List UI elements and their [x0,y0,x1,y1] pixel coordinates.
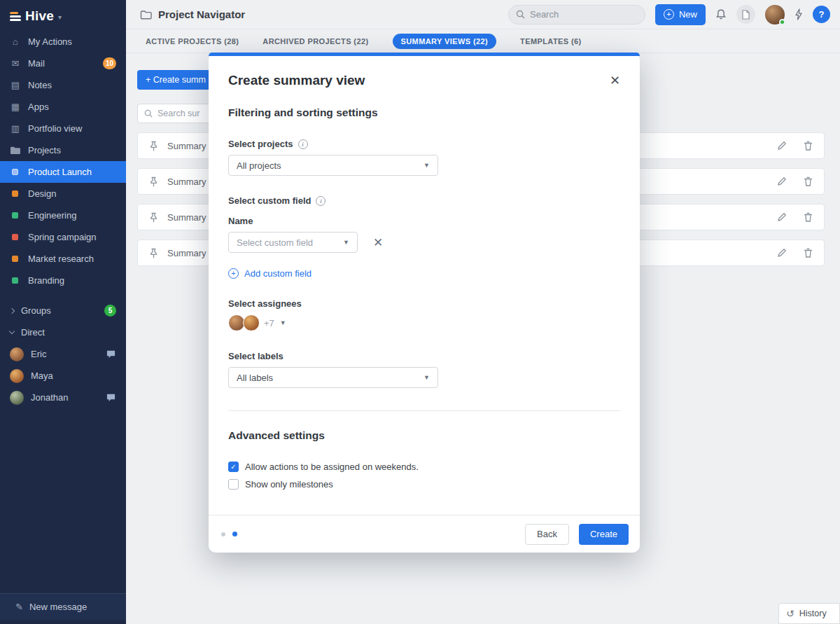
create-summary-button[interactable]: + Create summ [137,70,214,90]
sidebar-item-label: Market research [28,254,94,264]
pin-icon [149,248,158,258]
custom-field-dropdown[interactable]: Select custom field ▼ [228,232,358,253]
user-avatar[interactable] [765,5,785,25]
project-color-icon [12,190,18,197]
sidebar: Hive ▾ ⌂ My Actions ✉ Mail 10 ▤ Notes ▦ … [0,0,126,624]
advanced-section-heading: Advanced settings [228,429,620,442]
project-color-icon [12,212,18,219]
sidebar-item-projects[interactable]: Projects [0,139,126,161]
search-placeholder: Search [530,9,559,20]
mail-badge: 10 [103,57,116,69]
chevron-right-icon [9,307,15,313]
trash-icon[interactable] [804,141,813,151]
new-message-label: New message [29,602,87,612]
chevron-down-icon[interactable]: ▼ [280,319,286,326]
step-dot-2[interactable] [232,532,237,536]
home-icon: ⌂ [10,36,21,47]
back-button[interactable]: Back [525,524,569,545]
lightning-icon[interactable] [794,8,803,20]
compose-icon: ✎ [15,602,23,612]
groups-badge: 5 [104,305,116,317]
assignee-avatar [243,314,260,331]
sidebar-group-groups[interactable]: Groups 5 [0,300,126,321]
sidebar-person-eric[interactable]: Eric [0,343,126,365]
info-icon[interactable]: i [298,139,308,149]
chevron-down-icon [9,328,15,334]
document-icon[interactable] [736,5,755,24]
milestones-checkbox[interactable] [228,479,239,490]
sidebar-item-label: Jonathan [31,392,69,403]
sidebar-item-mail[interactable]: ✉ Mail 10 [0,53,126,74]
new-message-button[interactable]: ✎ New message [0,593,126,620]
avatar [10,391,24,405]
folder-icon [10,146,21,155]
tab-summary-views[interactable]: SUMMARY VIEWS (22) [393,34,497,49]
edit-pencil-icon[interactable] [777,141,787,151]
sidebar-item-apps[interactable]: ▦ Apps [0,96,126,118]
sidebar-project-market-research[interactable]: Market research [0,248,126,270]
new-button[interactable]: + New [655,4,706,25]
tab-active-projects[interactable]: ACTIVE PROJECTS (28) [146,37,239,46]
app-logo[interactable]: Hive ▾ [0,0,126,31]
add-custom-field-link[interactable]: + Add custom field [228,268,620,279]
weekends-checkbox-label: Allow actions to be assigned on weekends… [245,462,419,472]
sidebar-item-notes[interactable]: ▤ Notes [0,74,126,96]
sidebar-person-maya[interactable]: Maya [0,365,126,387]
assignees-picker[interactable]: +7 ▼ [228,314,620,331]
notifications-bell-icon[interactable] [715,8,727,20]
assignees-more-count: +7 [264,318,274,328]
step-dot-1[interactable] [221,532,225,536]
name-label: Name [228,216,620,226]
apps-icon: ▦ [10,102,21,112]
projects-dropdown[interactable]: All projects ▼ [228,155,438,176]
trash-icon[interactable] [804,212,813,223]
sidebar-item-label: Spring campaign [28,232,97,242]
pin-icon [149,176,158,187]
pin-icon [149,212,158,223]
select-labels-label: Select labels [228,351,620,361]
filtering-section-heading: Filtering and sorting settings [228,106,620,119]
modal-footer: Back Create [209,515,640,553]
labels-dropdown[interactable]: All labels ▼ [228,367,438,388]
edit-pencil-icon[interactable] [777,176,787,186]
sidebar-person-jonathan[interactable]: Jonathan [0,387,126,408]
history-button[interactable]: ↺ History [778,603,840,624]
clear-custom-field-icon[interactable]: ✕ [373,235,383,250]
sidebar-item-portfolio-view[interactable]: ▥ Portfolio view [0,118,126,139]
sidebar-project-engineering[interactable]: Engineering [0,204,126,226]
folder-icon [140,10,152,20]
sidebar-project-branding[interactable]: Branding [0,270,126,291]
trash-icon[interactable] [804,176,813,187]
close-icon[interactable]: ✕ [608,73,622,88]
section-divider [228,410,620,411]
tab-templates[interactable]: TEMPLATES (6) [520,37,582,46]
chat-bubble-icon [106,349,116,359]
weekends-checkbox-row: ✓ Allow actions to be assigned on weeken… [228,462,620,472]
chat-bubble-icon [106,393,116,402]
search-icon [516,10,525,19]
sidebar-project-spring-campaign[interactable]: Spring campaign [0,226,126,248]
search-placeholder: Search sur [158,109,200,118]
help-button[interactable]: ? [813,6,830,23]
chevron-down-icon[interactable]: ▾ [58,13,62,21]
sidebar-item-label: My Actions [28,36,72,47]
modal-title: Create summary view [228,73,365,88]
create-button[interactable]: Create [579,524,629,545]
trash-icon[interactable] [804,248,813,258]
sidebar-item-my-actions[interactable]: ⌂ My Actions [0,31,126,53]
sidebar-item-label: Maya [31,370,53,381]
weekends-checkbox[interactable]: ✓ [228,462,239,472]
sidebar-item-label: Mail [28,58,45,69]
chevron-down-icon: ▼ [424,374,430,381]
sidebar-project-product-launch[interactable]: Product Launch [0,161,126,183]
global-search-input[interactable]: Search [508,5,645,25]
app-logo-text: Hive [25,8,54,24]
edit-pencil-icon[interactable] [777,248,787,258]
sidebar-project-design[interactable]: Design [0,183,126,204]
tab-archived-projects[interactable]: ARCHIVED PROJECTS (22) [262,37,368,46]
info-icon[interactable]: i [316,196,326,206]
sidebar-group-direct[interactable]: Direct [0,321,126,343]
chevron-down-icon: ▼ [424,162,430,169]
plus-circle-icon: + [664,9,674,20]
edit-pencil-icon[interactable] [777,212,787,222]
